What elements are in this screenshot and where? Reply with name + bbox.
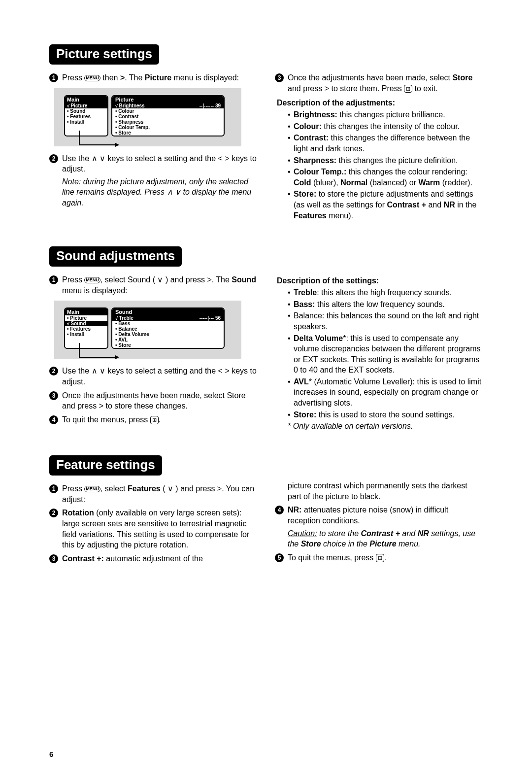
feature-step5: 5 To quit the menus, press ⊞. [275,552,483,563]
step-number-3: 3 [49,391,58,400]
section-sound: Sound adjustments 1 Press MENU, select S… [49,246,483,431]
step-number-2: 2 [49,509,58,517]
feature-caution: Caution: to store the Contrast + and NR … [288,528,483,549]
picture-osd: Main √ Picture • Sound • Features • Inst… [54,88,241,146]
feature-title: Feature settings [49,455,162,476]
sound-columns: 1 Press MENU, select Sound ( ∨ ) and pre… [49,272,483,431]
feature-col2-cont: picture contrast which permanently sets … [288,480,483,502]
feature-step1: 1 Press MENU, select Features ( ∨ ) and … [49,483,257,505]
exit-button-icon: ⊞ [376,554,384,562]
menu-button-icon: MENU [84,277,100,283]
sound-footnote: * Only available on certain versions. [288,422,483,431]
picture-desc-list: Brightness: this changes picture brillia… [288,109,483,221]
step-number-3: 3 [49,554,58,563]
picture-step3: 3 Once the adjustments have been made, s… [275,72,483,94]
right-arrow-icon: > [120,73,125,82]
page-number: 6 [49,750,53,758]
step-number-4: 4 [275,506,284,514]
step-number-2: 2 [49,367,58,375]
osd-sub-menu: Picture √ Brightness --|------ 39 • Colo… [111,95,225,136]
sound-step1: 1 Press MENU, select Sound ( ∨ ) and pre… [49,274,257,296]
picture-note: Note: during the picture adjustment, onl… [62,176,257,208]
menu-button-icon: MENU [84,486,100,492]
picture-col-left: 1 Press MENU then >. The Picture menu is… [49,69,257,222]
section-feature: Feature settings 1 Press MENU, select Fe… [49,455,483,566]
osd-main-menu: Main • Picture √ Sound • Features • Inst… [64,307,108,349]
feature-columns: 1 Press MENU, select Features ( ∨ ) and … [49,480,483,566]
sound-col-right: Description of the settings: Treble: thi… [275,272,483,431]
sound-col-left: 1 Press MENU, select Sound ( ∨ ) and pre… [49,272,257,431]
step-number-5: 5 [275,553,284,562]
osd-sub-menu: Sound √ Treble -----|--- 56 • Bass • Bal… [111,307,225,349]
feature-step3: 3 Contrast +: automatic adjustment of th… [49,553,257,564]
exit-button-icon: ⊞ [404,85,412,93]
osd-sub-selected: √ Brightness --|------ 39 [112,103,224,108]
sound-step2: 2 Use the ∧ ∨ keys to select a setting a… [49,366,257,387]
picture-col-right: 3 Once the adjustments have been made, s… [275,69,483,222]
section-picture: Picture settings 1 Press MENU then >. Th… [49,44,483,222]
sound-desc-head: Description of the settings: [277,276,483,285]
sound-step4: 4 To quit the menus, press ⊞. [49,414,257,425]
sound-desc-list: Treble: this alters the high frequency s… [288,287,483,420]
picture-step2: 2 Use the ∧ ∨ keys to select a setting a… [49,153,257,174]
exit-button-icon: ⊞ [150,416,159,424]
picture-title: Picture settings [49,44,159,65]
step-number-3: 3 [275,73,284,82]
step-number-1: 1 [49,484,58,493]
osd-main-menu: Main √ Picture • Sound • Features • Inst… [64,95,108,136]
step-number-4: 4 [49,415,58,424]
feature-step4: 4 NR: attenuates picture noise (snow) in… [275,505,483,526]
step-number-2: 2 [49,154,58,163]
osd-main-selected: √ Picture [65,103,107,108]
osd-sub-selected: √ Treble -----|--- 56 [112,315,224,321]
picture-step1: 1 Press MENU then >. The Picture menu is… [49,72,257,83]
feature-col-right: picture contrast which permanently sets … [275,480,483,566]
picture-columns: 1 Press MENU then >. The Picture menu is… [49,69,483,222]
sound-osd: Main • Picture √ Sound • Features • Inst… [54,301,241,359]
feature-col-left: 1 Press MENU, select Features ( ∨ ) and … [49,480,257,566]
feature-step2: 2 Rotation (only available on very large… [49,508,257,550]
osd-main-selected: √ Sound [65,321,107,326]
picture-desc-head: Description of the adjustments: [277,99,483,107]
sound-step3: 3 Once the adjustments have been made, s… [49,390,257,411]
step-number-1: 1 [49,275,58,284]
menu-button-icon: MENU [84,75,100,81]
sound-title: Sound adjustments [49,246,182,267]
picture-step1-text: Press MENU then >. The Picture menu is d… [62,72,257,83]
step-number-1: 1 [49,73,58,82]
